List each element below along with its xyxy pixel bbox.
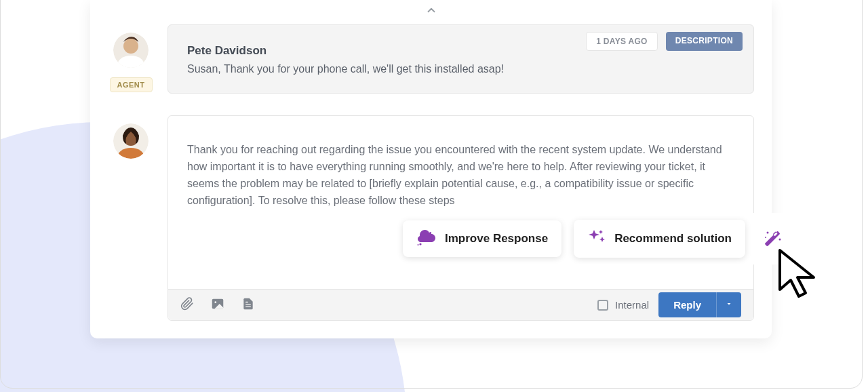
timestamp-pill: 1 DAYS AGO xyxy=(586,32,657,51)
improve-response-label: Improve Response xyxy=(445,232,548,246)
editor-tools-left xyxy=(180,296,255,314)
svg-point-9 xyxy=(418,244,419,246)
reply-button[interactable]: Reply xyxy=(658,292,716,317)
svg-point-11 xyxy=(779,239,781,241)
chevron-down-icon xyxy=(725,300,733,308)
message-row: AGENT 1 DAYS AGO DESCRIPTION Pete Davids… xyxy=(90,24,772,94)
svg-point-14 xyxy=(214,301,216,303)
message-box: 1 DAYS AGO DESCRIPTION Pete Davidson Sus… xyxy=(167,24,754,94)
recommend-solution-label: Recommend solution xyxy=(614,232,732,246)
svg-point-3 xyxy=(123,39,138,54)
internal-label: Internal xyxy=(615,299,649,311)
reply-editor: Thank you for reaching out regarding the… xyxy=(167,115,754,321)
reply-button-group: Reply xyxy=(658,292,741,317)
recommend-solution-button[interactable]: Recommend solution xyxy=(574,220,745,258)
author-column: AGENT xyxy=(108,24,154,94)
magic-wand-button[interactable] xyxy=(757,225,787,252)
agent-badge: AGENT xyxy=(110,77,153,92)
improve-response-button[interactable]: Improve Response xyxy=(403,220,561,257)
svg-point-10 xyxy=(767,232,769,234)
description-pill: DESCRIPTION xyxy=(666,32,743,51)
message-pills: 1 DAYS AGO DESCRIPTION xyxy=(586,32,743,51)
svg-point-12 xyxy=(765,237,766,238)
document-icon[interactable] xyxy=(241,297,255,313)
svg-point-8 xyxy=(419,243,421,246)
agent-avatar xyxy=(113,33,149,68)
current-user-avatar xyxy=(113,123,149,159)
message-text: Susan, Thank you for your phone call, we… xyxy=(187,62,734,77)
ticket-panel: AGENT 1 DAYS AGO DESCRIPTION Pete Davids… xyxy=(90,0,772,338)
magic-wand-icon xyxy=(763,229,782,248)
editor-row: Thank you for reaching out regarding the… xyxy=(90,115,772,321)
editor-author-column xyxy=(108,115,154,321)
collapse-chevron-icon[interactable] xyxy=(425,4,437,19)
editor-toolbar: Internal Reply xyxy=(168,289,753,320)
reply-dropdown-button[interactable] xyxy=(716,292,741,317)
internal-checkbox[interactable] xyxy=(597,300,608,311)
attachment-icon[interactable] xyxy=(180,297,194,313)
image-icon[interactable] xyxy=(210,296,225,314)
ai-suggestion-toolbar: Improve Response Recommend solution xyxy=(393,213,794,264)
sparkles-icon xyxy=(587,229,606,249)
thought-cloud-icon xyxy=(416,229,437,248)
internal-toggle[interactable]: Internal xyxy=(597,299,649,311)
